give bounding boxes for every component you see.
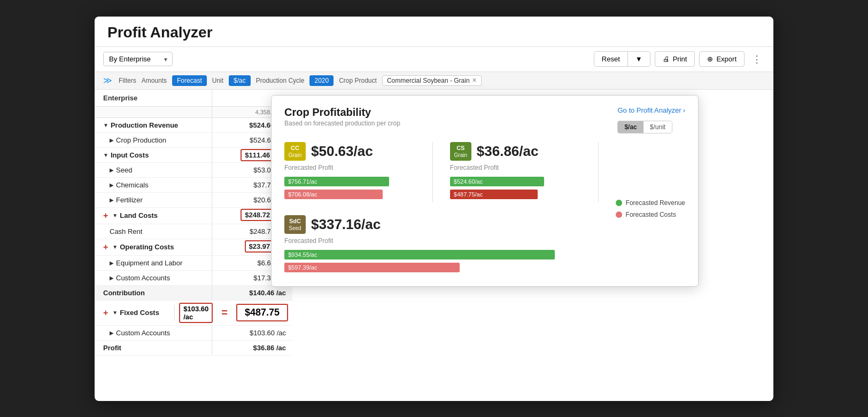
crop-card-cs: CS Grain $36.86/ac Forecasted Profit $52…	[450, 142, 581, 202]
bar-row-costs-cc: $706.08/ac	[284, 190, 415, 199]
table-row: ▼ Input Costs $111.46 /ac	[95, 148, 292, 163]
table-subheader: 4,358.10 ac	[95, 107, 292, 118]
bar-row-revenue-cs: $524.60/ac	[450, 177, 581, 186]
popup-title: Crop Profitability	[284, 106, 400, 119]
bar-row-costs-sdc: $597.39/ac	[284, 263, 603, 272]
legend-dot-green	[616, 200, 622, 206]
arrow-down-icon[interactable]: ▼	[103, 122, 108, 128]
export-icon: ⊕	[707, 55, 713, 63]
arrow-down-icon[interactable]: ▼	[103, 152, 108, 158]
crop-card-cc: CC Grain $50.63/ac Forecasted Profit $75…	[284, 142, 415, 202]
arrow-right-icon[interactable]: ▶	[110, 167, 114, 173]
enterprise-dropdown-wrapper: By Enterprise ▼	[103, 52, 173, 66]
crop-cards: CC Grain $50.63/ac Forecasted Profit $75…	[284, 142, 603, 276]
crop-tag-close-icon[interactable]: ✕	[472, 77, 477, 84]
bar-row-revenue-sdc: $934.55/ac	[284, 250, 603, 259]
crop-divider	[432, 142, 433, 202]
arrow-right-icon[interactable]: ▶	[110, 330, 114, 336]
crop-profit-label-cs: Forecasted Profit	[450, 164, 581, 171]
arrow-right-icon[interactable]: ▶	[110, 260, 114, 266]
legend-item-costs: Forecasted Costs	[616, 211, 685, 218]
main-window: Profit Analyzer By Enterprise ▼ Reset ▼ …	[95, 17, 773, 401]
enterprise-dropdown[interactable]: By Enterprise	[103, 52, 173, 66]
table-row: ▶ Custom Accounts $103.60 /ac	[95, 326, 292, 341]
row-label: ▶ Custom Accounts	[95, 326, 212, 340]
row-value: $103.60 /ac	[212, 326, 292, 340]
row-label: ▶ Crop Production	[95, 133, 212, 147]
crop-card-header-sdc: SdC Seed $337.16/ac	[284, 215, 603, 234]
popup-overlay: Crop Profitability Based on forecasted p…	[255, 90, 773, 356]
cycle-label: Production Cycle	[256, 77, 305, 84]
popup-link[interactable]: Go to Profit Analyzer ›	[617, 106, 685, 114]
content-area: Enterprise 4,358.10 ac ▼ Production Reve…	[95, 90, 773, 356]
crop-profit-cs: $36.86/ac	[477, 143, 539, 160]
table-header-row: Enterprise	[95, 90, 292, 107]
unit-badge[interactable]: $/ac	[229, 75, 251, 86]
legend-dot-red	[616, 211, 622, 218]
row-label: ▶ Fertilizer	[95, 193, 212, 207]
popup-header: Crop Profitability Based on forecasted p…	[284, 106, 685, 133]
unit-btn-per-ac[interactable]: $/ac	[618, 121, 643, 133]
fixed-costs-highlight: $103.60 /ac	[179, 303, 213, 323]
export-button[interactable]: ⊕ Export	[699, 51, 745, 67]
table-row: Cash Rent $248.72 /ac	[95, 224, 292, 239]
unit-toggle: $/ac $/unit	[617, 121, 672, 133]
table-row-profit: Profit $36.86 /ac	[95, 341, 292, 356]
crop-badge-cc: CC Grain	[284, 142, 306, 161]
popup-header-left: Crop Profitability Based on forecasted p…	[284, 106, 400, 127]
row-label: ▶ Chemicals	[95, 178, 212, 192]
crop-profit-cc: $50.63/ac	[311, 143, 373, 160]
header: Profit Analyzer	[95, 17, 773, 47]
cycle-badge[interactable]: 2020	[309, 75, 334, 86]
filters-label: Filters	[119, 77, 136, 84]
arrow-down-icon[interactable]: ▼	[112, 213, 118, 218]
table-row: ▼ Production Revenue $524.60 /ac	[95, 118, 292, 133]
legend: Forecasted Revenue Forecasted Costs	[603, 142, 685, 276]
toolbar: By Enterprise ▼ Reset ▼ 🖨 Print ⊕ Export…	[95, 47, 773, 72]
arrow-right-icon[interactable]: ▶	[110, 182, 114, 188]
fixed-costs-equals-value: $487.75	[236, 304, 288, 321]
crop-card-sdc: SdC Seed $337.16/ac Forecasted Profit $9…	[284, 215, 603, 276]
row-label: ▶ Seed	[95, 163, 212, 177]
crop-profit-label-sdc: Forecasted Profit	[284, 237, 603, 245]
reset-button[interactable]: Reset	[594, 52, 628, 66]
row-label: Profit	[95, 341, 212, 355]
reset-button-group: Reset ▼	[594, 51, 650, 67]
amounts-badge[interactable]: Forecast	[172, 75, 207, 86]
crop-label: Crop Product	[339, 77, 377, 84]
arrow-right-icon[interactable]: ▶	[110, 197, 114, 203]
reset-dropdown-button[interactable]: ▼	[628, 52, 650, 66]
legend-item-revenue: Forecasted Revenue	[616, 199, 685, 207]
print-button[interactable]: 🖨 Print	[655, 51, 695, 67]
crop-tag[interactable]: Commercial Soybean - Grain ✕	[382, 75, 482, 86]
row-value: $36.86 /ac	[212, 341, 292, 355]
row-label: + ▼ Land Costs	[95, 208, 212, 224]
table-row: ▶ Fertilizer $20.62 /ac	[95, 193, 292, 208]
unit-btn-per-unit[interactable]: $/unit	[644, 121, 672, 133]
more-options-button[interactable]: ⋮	[749, 51, 765, 67]
crop-badge-sdc: SdC Seed	[284, 215, 306, 234]
app-title: Profit Analyzer	[107, 24, 213, 41]
amounts-label: Amounts	[142, 77, 167, 84]
crop-badge-cs: CS Grain	[450, 142, 471, 161]
unit-label: Unit	[212, 77, 223, 84]
crop-profitability-popup: Crop Profitability Based on forecasted p…	[271, 95, 699, 287]
arrow-right-icon[interactable]: ▶	[110, 275, 114, 281]
row-value: $140.46 /ac	[212, 286, 292, 300]
row-label: + ▼ Fixed Costs	[95, 305, 175, 321]
row-label: ▼ Input Costs	[95, 148, 212, 162]
table-row: ▶ Equipment and Labor $6.61 /ac	[95, 256, 292, 271]
table-row: ▶ Chemicals $37.75 /ac	[95, 178, 292, 193]
popup-header-right: Go to Profit Analyzer › $/ac $/unit	[617, 106, 685, 133]
arrow-down-icon[interactable]: ▼	[112, 310, 118, 316]
fixed-cost-row: + ▼ Fixed Costs $103.60 /ac = $487.75	[95, 301, 292, 326]
arrow-down-icon[interactable]: ▼	[112, 244, 118, 250]
filters-bar: ≫ Filters Amounts Forecast Unit $/ac Pro…	[95, 72, 773, 90]
arrow-right-icon[interactable]: ▶	[110, 137, 114, 143]
crop-card-header-cs: CS Grain $36.86/ac	[450, 142, 581, 161]
table-row: + ▼ Operating Costs $23.97 /ac	[95, 239, 292, 256]
toolbar-right: Reset ▼ 🖨 Print ⊕ Export ⋮	[594, 51, 765, 67]
row-label: Cash Rent	[95, 224, 212, 239]
table-row: ▶ Seed $53.09 /ac	[95, 163, 292, 178]
table-row: ▶ Custom Accounts $17.36 /ac	[95, 271, 292, 286]
